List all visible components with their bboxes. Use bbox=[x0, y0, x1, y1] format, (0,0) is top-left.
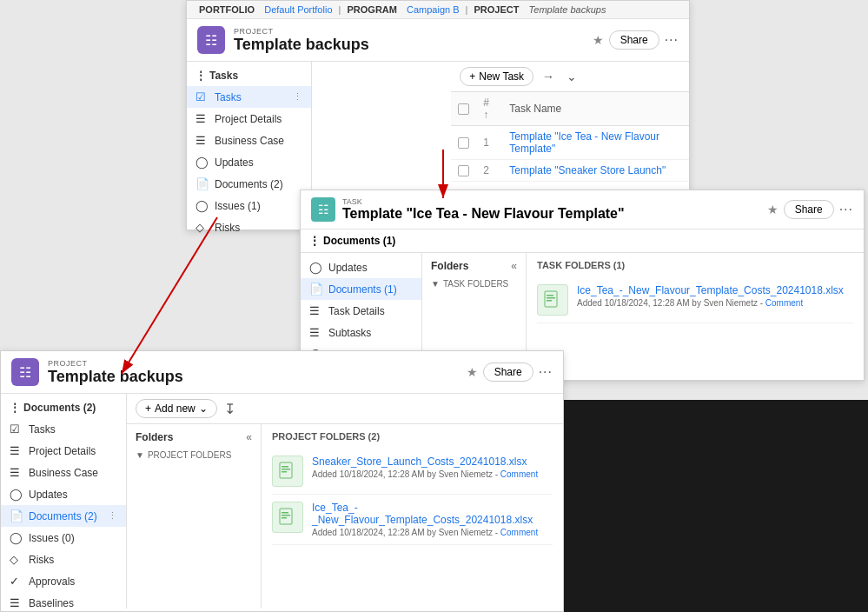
list-item: Ice_Tea_-_New_Flavour_Template_Costs_202… bbox=[537, 277, 853, 323]
add-new-button[interactable]: + Add new ⌄ bbox=[136, 399, 217, 418]
crumb-portfolio[interactable]: PORTFOLIO bbox=[199, 4, 255, 15]
tasks-toolbar: + New Task → ⌄ bbox=[451, 62, 689, 92]
risks-icon: ◇ bbox=[195, 221, 209, 234]
share-button[interactable]: Share bbox=[609, 30, 659, 50]
svg-rect-2 bbox=[547, 297, 555, 299]
docs-icon: 📄 bbox=[309, 283, 323, 296]
export-button[interactable]: → bbox=[539, 68, 558, 85]
task-title-area: TASK Template "Ice Tea - New Flavour Tem… bbox=[342, 197, 767, 222]
svg-rect-10 bbox=[282, 515, 290, 516]
file-meta: Added 10/18/2024, 12:28 AM by Sven Nieme… bbox=[577, 298, 853, 308]
w3-file2-name[interactable]: Ice_Tea_-_New_Flavour_Template_Costs_202… bbox=[312, 502, 553, 526]
documents-icon: 📄 bbox=[195, 177, 209, 190]
tasks-icon: ☑ bbox=[195, 90, 209, 103]
crumb-project[interactable]: PROJECT bbox=[474, 4, 520, 15]
w3-docs-body: Folders « ▼ PROJECT FOLDERS PROJECT FOLD… bbox=[127, 424, 563, 609]
file-info: Ice_Tea_-_New_Flavour_Template_Costs_202… bbox=[577, 284, 853, 308]
file-thumbnail bbox=[537, 284, 568, 316]
crumb-program[interactable]: PROGRAM bbox=[347, 4, 396, 15]
task-icon: ☷ bbox=[311, 197, 335, 222]
w3-sidebar: ⋮ Documents (2) ☑ Tasks ☰ Project Detail… bbox=[1, 394, 127, 609]
w3-project-folders-heading: PROJECT FOLDERS (2) bbox=[272, 431, 553, 442]
svg-rect-8 bbox=[280, 509, 292, 524]
w3-file2-comment[interactable]: Comment bbox=[500, 528, 538, 537]
svg-rect-6 bbox=[282, 469, 290, 470]
w3-file1-name[interactable]: Sneaker_Store_Launch_Costs_20241018.xlsx bbox=[312, 456, 553, 468]
col-num[interactable]: # ↑ bbox=[476, 92, 502, 126]
task-star-button[interactable]: ★ bbox=[767, 203, 779, 216]
w3-project-header: ☷ PROJECT Template backups ★ Share ··· bbox=[1, 351, 563, 394]
task-header: ☷ TASK Template "Ice Tea - New Flavour T… bbox=[301, 190, 864, 230]
w3-file1-comment[interactable]: Comment bbox=[500, 469, 538, 479]
w3-star-button[interactable]: ★ bbox=[467, 365, 478, 379]
row1-task-link[interactable]: Template "Ice Tea - New Flavour Template… bbox=[509, 130, 659, 155]
task-sidebar-details[interactable]: ☰ Task Details bbox=[301, 300, 421, 322]
w3-docs-toolbar: + Add new ⌄ ↧ bbox=[127, 394, 563, 424]
w3-sidebar-header: ⋮ Documents (2) bbox=[1, 397, 126, 418]
w3-docs-menu: ⋮ bbox=[108, 510, 117, 522]
sidebar-item-project-details[interactable]: ☰ Project Details bbox=[187, 108, 311, 130]
task-more-button[interactable]: ··· bbox=[839, 202, 853, 217]
project-icon: ☷ bbox=[197, 26, 225, 54]
task-sidebar-subtasks[interactable]: ☰ Subtasks bbox=[301, 322, 421, 343]
col-task-name[interactable]: Task Name bbox=[502, 92, 689, 126]
sidebar-w1: ⋮ Tasks ☑ Tasks ⋮ ☰ Project Details ☰ Bu… bbox=[187, 62, 312, 230]
project-title-area: PROJECT Template backups bbox=[234, 27, 593, 54]
sidebar-item-issues[interactable]: ◯ Issues (1) bbox=[187, 195, 311, 216]
w3-docs-main: + Add new ⌄ ↧ Folders « ▼ PROJECT FOLDER… bbox=[127, 394, 563, 609]
header-actions: ★ Share ··· bbox=[593, 30, 679, 50]
task-sidebar-updates[interactable]: ◯ Updates bbox=[301, 256, 421, 278]
svg-rect-11 bbox=[282, 517, 287, 519]
file-name[interactable]: Ice_Tea_-_New_Flavour_Template_Costs_202… bbox=[577, 284, 853, 296]
section-expand-icon: ⋮ bbox=[309, 235, 320, 247]
w3-file1-meta: Added 10/18/2024, 12:28 AM by Sven Nieme… bbox=[312, 469, 553, 479]
sidebar-item-tasks[interactable]: ☑ Tasks ⋮ bbox=[187, 86, 311, 108]
download-button[interactable]: ↧ bbox=[224, 401, 235, 417]
row1-num: 1 bbox=[476, 126, 502, 160]
w3-project-name: Template backups bbox=[48, 368, 467, 386]
w3-project-folders-section[interactable]: ▼ PROJECT FOLDERS bbox=[127, 447, 261, 463]
more-button[interactable]: ··· bbox=[665, 32, 679, 48]
updates-icon: ◯ bbox=[309, 261, 323, 274]
w3-sidebar-issues[interactable]: ◯ Issues (0) bbox=[1, 527, 126, 549]
collapse-folders-button[interactable]: « bbox=[511, 260, 517, 272]
w3-sidebar-updates[interactable]: ◯ Updates bbox=[1, 483, 126, 505]
crumb-default-portfolio[interactable]: Default Portfolio bbox=[264, 4, 332, 15]
sidebar-item-updates[interactable]: ◯ Updates bbox=[187, 151, 311, 173]
w3-details-icon: ☰ bbox=[10, 444, 23, 457]
new-task-button[interactable]: + New Task bbox=[460, 67, 533, 86]
dropdown-button[interactable]: ⌄ bbox=[563, 68, 580, 85]
row2-task-link[interactable]: Template "Sneaker Store Launch" bbox=[509, 164, 666, 176]
w3-sidebar-business-case[interactable]: ☰ Business Case bbox=[1, 462, 126, 483]
w3-files-list: PROJECT FOLDERS (2) Sneaker_Store_Launch… bbox=[262, 424, 563, 609]
w3-sidebar-tasks[interactable]: ☑ Tasks bbox=[1, 418, 126, 440]
sidebar-item-business-case[interactable]: ☰ Business Case bbox=[187, 130, 311, 151]
w3-sidebar-project-details[interactable]: ☰ Project Details bbox=[1, 440, 126, 462]
star-button[interactable]: ★ bbox=[593, 33, 604, 47]
w3-sidebar-approvals[interactable]: ✓ Approvals bbox=[1, 570, 126, 592]
list-item: Ice_Tea_-_New_Flavour_Template_Costs_202… bbox=[272, 495, 553, 545]
w3-chevron-icon: ▼ bbox=[136, 450, 144, 460]
w3-file2-thumbnail bbox=[272, 502, 303, 533]
w3-collapse-button[interactable]: « bbox=[246, 431, 252, 443]
w3-sidebar-baselines[interactable]: ☰ Baselines bbox=[1, 592, 126, 612]
task-files-panel: TASK FOLDERS (1) Ice_Tea_-_New_Flavour_T… bbox=[527, 253, 864, 373]
crumb-campaign[interactable]: Campaign B bbox=[407, 4, 460, 15]
task-name: Template "Ice Tea - New Flavour Template… bbox=[342, 206, 767, 222]
task-sidebar-documents[interactable]: 📄 Documents (1) bbox=[301, 278, 421, 300]
w3-project-icon: ☷ bbox=[11, 358, 39, 386]
row1-checkbox[interactable] bbox=[458, 137, 469, 149]
task-share-button[interactable]: Share bbox=[784, 200, 834, 219]
w3-file2-info: Ice_Tea_-_New_Flavour_Template_Costs_202… bbox=[312, 502, 553, 537]
sidebar-item-documents[interactable]: 📄 Documents (2) bbox=[187, 173, 311, 195]
sidebar-item-risks[interactable]: ◇ Risks bbox=[187, 216, 311, 238]
w3-sidebar-documents[interactable]: 📄 Documents (2) ⋮ bbox=[1, 505, 126, 527]
w3-more-button[interactable]: ··· bbox=[539, 364, 553, 380]
documents-section-heading: ⋮ Documents (1) bbox=[301, 230, 864, 253]
w3-sidebar-risks[interactable]: ◇ Risks bbox=[1, 549, 126, 570]
row2-checkbox[interactable] bbox=[458, 165, 469, 176]
file-comment-link[interactable]: Comment bbox=[765, 298, 803, 308]
w3-share-button[interactable]: Share bbox=[483, 363, 533, 382]
task-folders-section[interactable]: ▼ TASK FOLDERS bbox=[422, 276, 526, 292]
w3-risks-icon: ◇ bbox=[10, 553, 23, 566]
